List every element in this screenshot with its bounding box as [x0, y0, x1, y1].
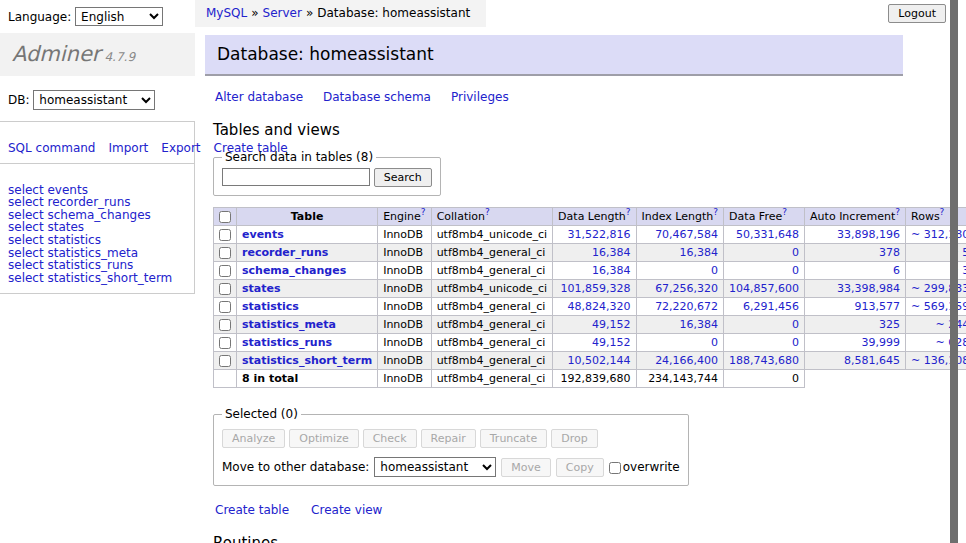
collation-cell: utf8mb4_general_ci: [431, 262, 552, 280]
db-select[interactable]: homeassistant: [33, 90, 155, 110]
index-length-cell: 24,166,400: [636, 352, 724, 370]
total-data-length-cell: 192,839,680: [553, 370, 636, 388]
sidebar-item-select-recorder-runs[interactable]: select recorder_runs: [8, 196, 186, 209]
table-name-cell: schema_changes: [237, 262, 378, 280]
total-empty-cell: [214, 370, 237, 388]
tables-heading: Tables and views: [213, 121, 966, 139]
breadcrumb-separator: »: [306, 6, 313, 20]
row-checkbox[interactable]: [219, 319, 231, 331]
table-name-cell: statistics_runs: [237, 334, 378, 352]
help-link-icon[interactable]: ?: [940, 207, 945, 217]
table-row: statesInnoDButf8mb4_unicode_ci101,859,32…: [214, 280, 966, 298]
action-link-database-schema[interactable]: Database schema: [323, 90, 431, 104]
language-select[interactable]: English: [75, 7, 163, 26]
overwrite-label: overwrite: [623, 460, 680, 474]
breadcrumb-link-server[interactable]: Server: [263, 6, 302, 20]
column-header-auto-increment: Auto Increment?: [805, 208, 906, 226]
action-link-privileges[interactable]: Privileges: [451, 90, 509, 104]
table-name-cell: events: [237, 226, 378, 244]
row-checkbox[interactable]: [219, 283, 231, 295]
data-length-cell: 16,384: [553, 244, 636, 262]
search-fieldset: Search data in tables (8) Search: [213, 150, 441, 196]
data-free-cell: 0: [724, 334, 805, 352]
help-link-icon[interactable]: ?: [713, 207, 718, 217]
total-collation-cell: utf8mb4_general_ci: [431, 370, 552, 388]
sidebar: Language: English Adminer4.7.9 DB: homea…: [0, 0, 195, 543]
total-row: 8 in totalInnoDButf8mb4_general_ci192,83…: [214, 370, 966, 388]
column-label: Auto Increment: [810, 210, 895, 223]
breadcrumb-link-mysql[interactable]: MySQL: [206, 6, 247, 20]
column-header-table: Table: [237, 208, 378, 226]
collation-cell: utf8mb4_general_ci: [431, 298, 552, 316]
table-row: eventsInnoDButf8mb4_unicode_ci31,522,816…: [214, 226, 966, 244]
auto-increment-cell: 378: [805, 244, 906, 262]
collation-cell: utf8mb4_general_ci: [431, 244, 552, 262]
table-link-statistics[interactable]: statistics: [242, 300, 299, 313]
language-row: Language: English: [0, 0, 195, 33]
data-free-cell: 6,291,456: [724, 298, 805, 316]
row-checkbox[interactable]: [219, 265, 231, 277]
sidebar-item-select-statistics[interactable]: select statistics: [8, 234, 186, 247]
data-length-cell: 10,502,144: [553, 352, 636, 370]
engine-cell: InnoDB: [378, 226, 431, 244]
column-label: Collation: [437, 210, 485, 223]
table-link-states[interactable]: states: [242, 282, 281, 295]
overwrite-checkbox[interactable]: [609, 462, 621, 474]
row-checkbox[interactable]: [219, 337, 231, 349]
breadcrumb-current: Database: homeassistant: [317, 6, 470, 20]
data-length-cell: 48,824,320: [553, 298, 636, 316]
create-link-create-table[interactable]: Create table: [215, 503, 289, 517]
scrollbar-thumb[interactable]: [950, 0, 958, 543]
help-link-icon[interactable]: ?: [895, 207, 900, 217]
help-link-icon[interactable]: ?: [485, 207, 490, 217]
data-length-cell: 49,152: [553, 334, 636, 352]
sidebar-item-select-statistics-short-term[interactable]: select statistics_short_term: [8, 272, 186, 285]
logout-button[interactable]: Logout: [888, 4, 946, 23]
data-free-cell: 188,743,680: [724, 352, 805, 370]
repair-button: Repair: [421, 429, 476, 448]
column-header-index-length: Index Length?: [636, 208, 724, 226]
column-label: Rows: [911, 210, 940, 223]
table-row: statistics_runsInnoDButf8mb4_general_ci4…: [214, 334, 966, 352]
row-checkbox[interactable]: [219, 355, 231, 367]
engine-cell: InnoDB: [378, 298, 431, 316]
table-link-statistics_runs[interactable]: statistics_runs: [242, 336, 332, 349]
table-link-schema_changes[interactable]: schema_changes: [242, 264, 346, 277]
menu-link-import[interactable]: Import: [108, 141, 148, 155]
move-button: Move: [501, 458, 551, 477]
breadcrumb: MySQL»Server»Database: homeassistant: [195, 0, 486, 27]
engine-cell: InnoDB: [378, 280, 431, 298]
help-link-icon[interactable]: ?: [421, 207, 426, 217]
select-all-checkbox[interactable]: [219, 211, 231, 223]
table-link-events[interactable]: events: [242, 228, 284, 241]
app-logo: Adminer4.7.9: [0, 33, 195, 76]
sidebar-item-select-statistics-runs[interactable]: select statistics_runs: [8, 259, 186, 272]
auto-increment-cell: 33,898,196: [805, 226, 906, 244]
tables-tbody: eventsInnoDButf8mb4_unicode_ci31,522,816…: [214, 226, 966, 388]
move-db-select[interactable]: homeassistant: [374, 457, 496, 477]
total-index-length-cell: 234,143,744: [636, 370, 724, 388]
table-link-recorder_runs[interactable]: recorder_runs: [242, 246, 328, 259]
search-button[interactable]: Search: [374, 168, 432, 187]
row-checkbox[interactable]: [219, 301, 231, 313]
action-link-alter-database[interactable]: Alter database: [215, 90, 303, 104]
content: MySQL»Server»Database: homeassistant Log…: [195, 0, 966, 543]
create-link-create-view[interactable]: Create view: [311, 503, 382, 517]
row-checkbox[interactable]: [219, 229, 231, 241]
row-select-cell: [214, 352, 237, 370]
help-link-icon[interactable]: ?: [626, 207, 631, 217]
data-length-cell: 31,522,816: [553, 226, 636, 244]
table-link-statistics_meta[interactable]: statistics_meta: [242, 318, 336, 331]
index-length-cell: 70,467,584: [636, 226, 724, 244]
search-input[interactable]: [222, 168, 370, 186]
table-link-statistics_short_term[interactable]: statistics_short_term: [242, 354, 372, 367]
row-select-cell: [214, 262, 237, 280]
auto-increment-cell: 913,577: [805, 298, 906, 316]
help-link-icon[interactable]: ?: [782, 207, 787, 217]
menu-link-sql-command[interactable]: SQL command: [8, 141, 95, 155]
column-header-engine: Engine?: [378, 208, 431, 226]
auto-increment-cell: 6: [805, 262, 906, 280]
optimize-button: Optimize: [289, 429, 358, 448]
header-row: TableEngine?Collation?Data Length?Index …: [214, 208, 966, 226]
row-checkbox[interactable]: [219, 247, 231, 259]
